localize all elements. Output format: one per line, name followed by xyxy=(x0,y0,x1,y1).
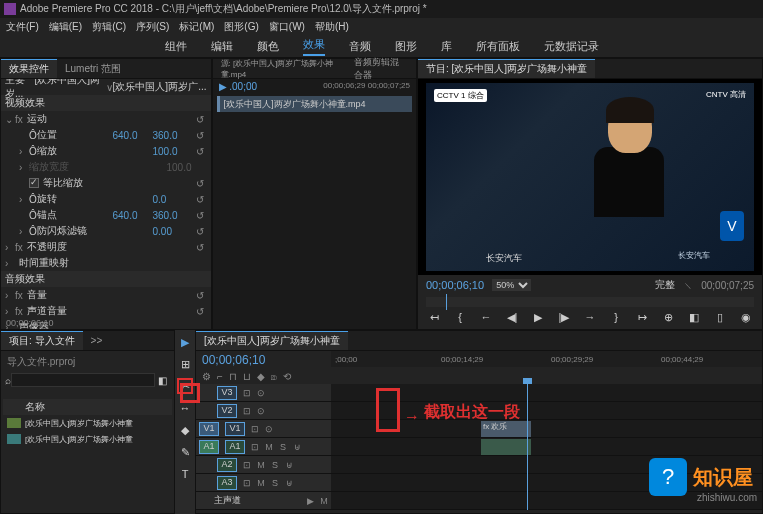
app-icon xyxy=(4,3,16,15)
tl-marker-icon[interactable]: ⊓ xyxy=(229,371,237,382)
tl-snap-icon[interactable]: ⚙ xyxy=(202,371,211,382)
eff-rotate: 旋转 xyxy=(37,192,153,206)
tab-program[interactable]: 节目: [欢乐中国人]两岁广场舞小神童 xyxy=(418,59,595,78)
src-tc-out: 00;00;06;29 00;00;07;25 xyxy=(323,81,410,92)
tab-more[interactable]: >> xyxy=(83,333,111,348)
track-v1[interactable]: V1 xyxy=(225,422,245,436)
tab-project[interactable]: 项目: 导入文件 xyxy=(1,331,83,350)
watermark: ? 知识屋 zhishiwu.com xyxy=(649,458,753,496)
project-panel: 项目: 导入文件 >> 导入文件.prproj ⌕◧ 名称 [欢乐中国人]两岁广… xyxy=(0,330,175,514)
tl-icon4[interactable]: ⊔ xyxy=(243,371,251,382)
timeline-ruler[interactable]: ;00;00 00;00;14;29 00;00;29;29 00;00;44;… xyxy=(331,351,762,367)
program-monitor[interactable]: CCTV 1 综合 CNTV 高清 V 长安汽车 长安汽车 xyxy=(426,83,754,271)
btn-markin[interactable]: ↤ xyxy=(426,311,442,324)
btn-in[interactable]: { xyxy=(452,311,468,324)
watermark-url: zhishiwu.com xyxy=(697,492,757,503)
btn-stepfwd[interactable]: → xyxy=(582,311,598,324)
video-clip[interactable]: fx 欢乐 xyxy=(481,421,531,437)
program-timecode[interactable]: 00;00;06;10 xyxy=(426,279,484,291)
btn-prev[interactable]: ◀| xyxy=(504,311,520,324)
project-item[interactable]: [欢乐中国人]两岁广场舞小神童 xyxy=(3,431,172,447)
eff-motion[interactable]: 运动 xyxy=(27,112,47,126)
src-clip-bar[interactable]: [欢乐中国人]两岁广场舞小神童.mp4 xyxy=(217,96,413,112)
tl-icon6[interactable]: ⎄ xyxy=(271,371,277,382)
track-v3[interactable]: V3 xyxy=(217,386,237,400)
brand-en: 长安汽车 xyxy=(678,250,710,261)
tab-source[interactable]: 源: [欢乐中国人]两岁广场舞小神童.mp4 xyxy=(213,56,347,82)
btn-extract[interactable]: ◧ xyxy=(686,311,702,324)
tab-effect-controls[interactable]: 效果控件 xyxy=(1,59,57,78)
playhead[interactable] xyxy=(527,384,528,510)
ws-color[interactable]: 颜色 xyxy=(257,39,279,54)
fit-label[interactable]: 完整 xyxy=(655,278,675,292)
btn-cam[interactable]: ◉ xyxy=(738,311,754,324)
ws-effects[interactable]: 效果 xyxy=(303,37,325,56)
ws-meta[interactable]: 元数据记录 xyxy=(544,39,599,54)
tool-pen[interactable]: ◆ xyxy=(177,422,193,438)
btn-stepback[interactable]: ← xyxy=(478,311,494,324)
project-search[interactable] xyxy=(11,373,155,387)
ws-edit[interactable]: 编辑 xyxy=(211,39,233,54)
menu-window[interactable]: 窗口(W) xyxy=(269,20,305,34)
btn-export[interactable]: ▯ xyxy=(712,311,728,324)
bin-icon xyxy=(7,418,21,428)
menu-graphic[interactable]: 图形(G) xyxy=(224,20,258,34)
menu-clip[interactable]: 剪辑(C) xyxy=(92,20,126,34)
tool-track[interactable]: ⊞ xyxy=(177,356,193,372)
eff-opacity[interactable]: 不透明度 xyxy=(27,240,67,254)
program-dur: 00;00;07;25 xyxy=(701,280,754,291)
src-tc-in: ▶ .00;00 xyxy=(219,81,258,92)
track-a3[interactable]: A3 xyxy=(217,476,237,490)
cntv-logo: CNTV 高清 xyxy=(706,89,746,100)
menu-bar: 文件(F) 编辑(E) 剪辑(C) 序列(S) 标记(M) 图形(G) 窗口(W… xyxy=(0,18,763,36)
col-name[interactable]: 名称 xyxy=(25,400,45,414)
timeline-timecode[interactable]: 00;00;06;10 xyxy=(196,351,331,369)
tool-selection[interactable]: ▶ xyxy=(177,334,193,350)
track-a1[interactable]: A1 xyxy=(225,440,245,454)
annotation-box-clip xyxy=(376,388,400,432)
audio-clip[interactable] xyxy=(481,439,531,455)
menu-sequence[interactable]: 序列(S) xyxy=(136,20,169,34)
track-master: 主声道 xyxy=(214,494,241,507)
watermark-icon: ? xyxy=(649,458,687,496)
effect-controls-panel: 效果控件 Lumetri 范围 主要 * [欢乐中国人]两岁...∨[欢乐中国人… xyxy=(0,58,212,330)
tl-wrench-icon[interactable]: ⟲ xyxy=(283,371,291,382)
menu-edit[interactable]: 编辑(E) xyxy=(49,20,82,34)
btn-lift[interactable]: ⊕ xyxy=(660,311,676,324)
eff-uniform-check[interactable] xyxy=(29,178,39,188)
ws-all[interactable]: 所有面板 xyxy=(476,39,520,54)
filter-icon[interactable]: ◧ xyxy=(158,375,167,386)
tool-type[interactable]: T xyxy=(177,466,193,482)
eff-chvol[interactable]: 声道音量 xyxy=(27,304,67,318)
track-v2[interactable]: V2 xyxy=(217,404,237,418)
tab-lumetri[interactable]: Lumetri 范围 xyxy=(57,60,129,78)
btn-play[interactable]: ▶ xyxy=(530,311,546,324)
eff-audio-section: 音频效果 xyxy=(5,272,207,286)
menu-help[interactable]: 帮助(H) xyxy=(315,20,349,34)
tl-link-icon[interactable]: ⌐ xyxy=(217,371,223,382)
track-a2[interactable]: A2 xyxy=(217,458,237,472)
sequence-icon xyxy=(7,434,21,444)
btn-markout[interactable]: ↦ xyxy=(634,311,650,324)
watermark-text: 知识屋 xyxy=(693,464,753,491)
eff-remap[interactable]: 时间重映射 xyxy=(19,256,69,270)
ws-audio[interactable]: 音频 xyxy=(349,39,371,54)
eff-volume[interactable]: 音量 xyxy=(27,288,47,302)
tab-timeline[interactable]: [欢乐中国人]两岁广场舞小神童 xyxy=(196,331,348,350)
program-scrubber[interactable] xyxy=(426,297,754,307)
zoom-select[interactable]: 50% xyxy=(492,279,531,291)
eff-flicker: 防闪烁滤镜 xyxy=(37,224,153,238)
project-item[interactable]: [欢乐中国人]两岁广场舞小神童 xyxy=(3,415,172,431)
ws-assembly[interactable]: 组件 xyxy=(165,39,187,54)
v-badge: V xyxy=(720,211,744,241)
video-person xyxy=(574,93,684,223)
btn-out[interactable]: } xyxy=(608,311,624,324)
menu-marker[interactable]: 标记(M) xyxy=(179,20,214,34)
menu-file[interactable]: 文件(F) xyxy=(6,20,39,34)
tl-icon5[interactable]: ◆ xyxy=(257,371,265,382)
ws-lib[interactable]: 库 xyxy=(441,39,452,54)
btn-next[interactable]: |▶ xyxy=(556,311,572,324)
tool-hand[interactable]: ✎ xyxy=(177,444,193,460)
ws-graphic[interactable]: 图形 xyxy=(395,39,417,54)
eff-anchor: 锚点 xyxy=(37,208,113,222)
